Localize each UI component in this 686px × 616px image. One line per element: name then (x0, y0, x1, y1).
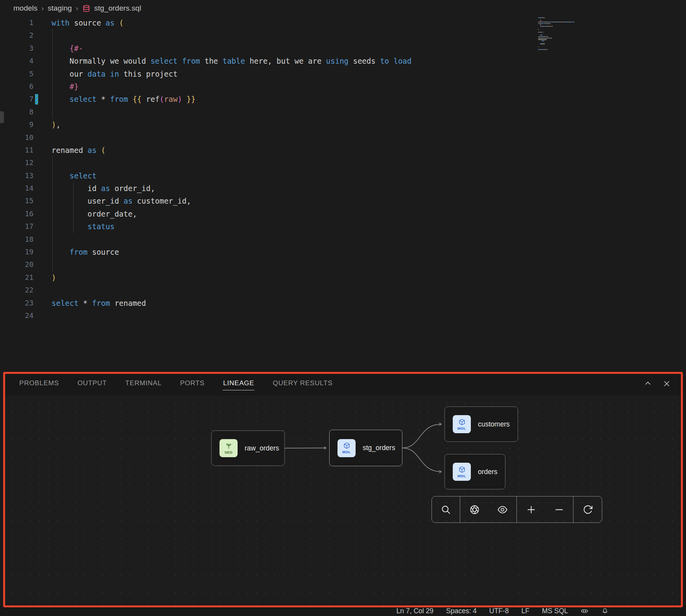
code-line[interactable]: 16 order_date, (0, 208, 686, 220)
status-utf-8[interactable]: UTF-8 (489, 607, 509, 615)
copilot-icon[interactable] (581, 607, 588, 615)
panel-maximize-chevron-icon[interactable] (644, 379, 652, 388)
status-lf[interactable]: LF (521, 607, 529, 615)
line-number: 18 (0, 233, 33, 246)
node-badge: MDL (457, 474, 466, 478)
code-line[interactable]: 22 (0, 284, 686, 296)
breadcrumb-item-models[interactable]: models (13, 4, 37, 13)
code-line[interactable]: 17 status (0, 220, 686, 233)
node-label: raw_orders (245, 444, 279, 452)
node-label: stg_orders (363, 444, 395, 452)
gutter-modified-marker (35, 94, 38, 105)
code-line[interactable]: 11renamed as ( (0, 144, 686, 156)
lineage-edge-stg_orders-to-customers (402, 424, 441, 448)
breadcrumb-item-staging[interactable]: staging (48, 4, 72, 13)
lineage-canvas[interactable]: SEDraw_ordersMDLstg_ordersMDLcustomersMD… (5, 395, 681, 604)
node-label: customers (478, 420, 510, 428)
indent-guide (52, 29, 53, 118)
notifications-bell-icon[interactable] (601, 607, 609, 615)
line-number: 9 (0, 118, 33, 131)
code-line[interactable]: 15 user_id as customer_id, (0, 195, 686, 207)
code-line[interactable]: 6 #} (0, 80, 686, 93)
search-button[interactable] (432, 496, 460, 522)
vscode-window: models › staging › stg_orders.sql 1with … (0, 0, 686, 616)
breadcrumb-separator: › (41, 4, 44, 13)
line-number: 5 (0, 68, 33, 80)
lineage-edge-raw_orders-to-stg_orders (285, 448, 326, 449)
code-line[interactable]: 21) (0, 271, 686, 284)
tab-terminal[interactable]: TERMINAL (125, 377, 162, 390)
code-line[interactable]: 13 select (0, 169, 686, 182)
tab-lineage[interactable]: LINEAGE (223, 377, 254, 390)
refresh-button[interactable] (574, 496, 602, 522)
code-line[interactable]: 12 (0, 156, 686, 169)
model-icon: MDL (453, 463, 471, 481)
lineage-node-customers[interactable]: MDLcustomers (444, 406, 518, 442)
tab-output[interactable]: OUTPUT (77, 377, 107, 390)
code-line[interactable]: 10 (0, 131, 686, 144)
node-badge: MDL (342, 450, 351, 454)
line-number: 11 (0, 144, 33, 156)
line-number: 6 (0, 80, 33, 93)
code-line[interactable]: 4 Normally we would select from the tabl… (0, 55, 686, 67)
breadcrumb: models › staging › stg_orders.sql (0, 0, 686, 17)
line-number: 14 (0, 182, 33, 195)
line-number: 10 (0, 131, 33, 144)
lineage-node-orders[interactable]: MDLorders (444, 454, 505, 489)
lineage-toolbar (432, 496, 602, 523)
line-number: 24 (0, 309, 33, 322)
status-spaces-4[interactable]: Spaces: 4 (446, 607, 477, 615)
panel-tabs: PROBLEMSOUTPUTTERMINALPORTSLINEAGEQUERY … (19, 377, 333, 390)
sidebar-handle[interactable] (0, 111, 4, 123)
code-line[interactable]: 14 id as order_id, (0, 182, 686, 195)
aperture-button[interactable] (460, 496, 489, 522)
indent-guide (73, 182, 74, 233)
line-number: 19 (0, 246, 33, 258)
tab-problems[interactable]: PROBLEMS (19, 377, 59, 390)
panel-tabbar: PROBLEMSOUTPUTTERMINALPORTSLINEAGEQUERY … (3, 372, 683, 395)
tab-query-results[interactable]: QUERY RESULTS (272, 377, 333, 390)
code-line[interactable]: 19 from source (0, 246, 686, 258)
line-number: 4 (0, 55, 33, 67)
breadcrumb-separator: › (76, 4, 78, 13)
zoom-out-button[interactable] (545, 496, 574, 522)
line-number: 3 (0, 42, 33, 55)
zoom-in-button[interactable] (517, 496, 545, 522)
code-line[interactable]: 20 (0, 258, 686, 271)
lineage-node-raw_orders[interactable]: SEDraw_orders (211, 430, 285, 466)
indent-guide (52, 156, 53, 271)
line-number: 23 (0, 297, 33, 309)
database-icon (82, 4, 90, 13)
bottom-panel: PROBLEMSOUTPUTTERMINALPORTSLINEAGEQUERY … (3, 372, 683, 607)
seed-icon: SED (219, 439, 238, 457)
code-line[interactable]: 8 (0, 106, 686, 118)
status-ms-sql[interactable]: MS SQL (542, 607, 568, 615)
minimap[interactable] (538, 17, 598, 52)
eye-button[interactable] (489, 496, 517, 522)
model-icon: MDL (453, 415, 471, 433)
editor-lines: 1with source as (23 {#-4 Normally we wou… (0, 17, 686, 322)
code-line[interactable]: 5 our data in this project (0, 68, 686, 80)
code-line[interactable]: 23select * from renamed (0, 297, 686, 309)
code-line[interactable]: 7 select * from {{ ref(raw) }} (0, 93, 686, 105)
code-line[interactable]: 18 (0, 233, 686, 246)
line-number: 7 (0, 93, 33, 105)
status-ln-7-col-29[interactable]: Ln 7, Col 29 (396, 607, 433, 615)
code-line[interactable]: 24 (0, 309, 686, 322)
code-editor[interactable]: 1with source as (23 {#-4 Normally we wou… (0, 17, 686, 370)
line-number: 22 (0, 284, 33, 296)
status-bar: Ln 7, Col 29Spaces: 4UTF-8LFMS SQL (0, 606, 686, 616)
line-number: 20 (0, 258, 33, 271)
node-label: orders (478, 468, 498, 476)
line-number: 16 (0, 208, 33, 220)
code-line[interactable]: 9), (0, 118, 686, 131)
tab-ports[interactable]: PORTS (180, 377, 205, 390)
breadcrumb-file[interactable]: stg_orders.sql (94, 4, 141, 13)
node-badge: MDL (457, 426, 466, 430)
line-number: 8 (0, 106, 33, 118)
lineage-node-stg_orders[interactable]: MDLstg_orders (329, 430, 402, 466)
line-number: 21 (0, 271, 33, 284)
model-icon: MDL (337, 439, 356, 457)
line-number: 12 (0, 156, 33, 169)
panel-close-icon[interactable] (662, 379, 671, 388)
